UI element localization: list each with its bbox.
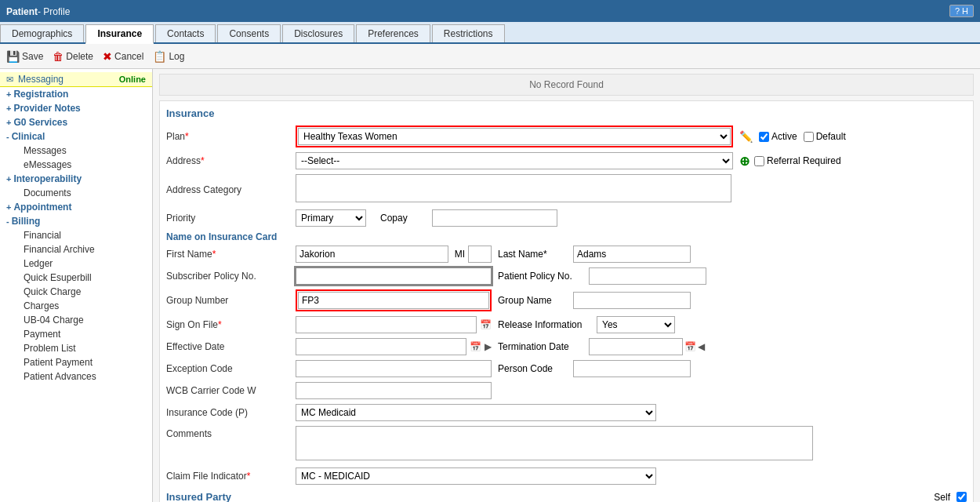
sidebar-item-billing[interactable]: - Billing	[0, 214, 152, 228]
sidebar-item-quick-esuperbill[interactable]: Quick Esuperbill	[0, 271, 152, 285]
sign-on-file-wrapper: 📅	[296, 316, 492, 333]
claim-file-label: Claim File Indicator*	[166, 471, 296, 482]
group-name-input[interactable]	[573, 292, 691, 309]
plan-field-wrapper: Healthy Texas Women	[296, 126, 733, 147]
comments-row: Comments	[166, 426, 967, 463]
wcb-carrier-row: WCB Carrier Code W	[166, 382, 967, 399]
mi-label: MI	[455, 249, 465, 260]
sidebar-item-registration[interactable]: + Registration	[0, 87, 152, 101]
sign-on-file-input[interactable]	[296, 316, 477, 333]
insurance-code-wrapper: MC Medicaid	[296, 404, 967, 421]
sidebar-item-documents[interactable]: Documents	[0, 186, 152, 200]
cancel-icon: ✖	[103, 50, 112, 63]
referral-checkbox[interactable]	[754, 156, 764, 166]
comments-input[interactable]	[296, 426, 813, 460]
insurance-code-label: Insurance Code (P)	[166, 407, 296, 418]
release-info-row: Release Information Yes No	[498, 316, 725, 333]
pencil-icon[interactable]: ✏️	[739, 130, 753, 143]
termination-arrow-icon[interactable]: ◀	[698, 341, 705, 352]
tab-contacts[interactable]: Contacts	[155, 24, 216, 42]
insurance-code-select[interactable]: MC Medicaid	[296, 404, 656, 421]
effective-calendar-icon[interactable]: 📅	[470, 341, 481, 352]
address-row: Address* --Select-- ⊕ Referral Required	[166, 152, 967, 169]
insured-party-label: Insured Party	[166, 491, 231, 502]
sidebar-item-g0-services[interactable]: + G0 Services	[0, 115, 152, 129]
sidebar-item-financial[interactable]: Financial	[0, 228, 152, 242]
mi-input[interactable]	[468, 246, 492, 263]
release-info-select[interactable]: Yes No	[597, 316, 675, 333]
effective-date-input[interactable]	[296, 338, 466, 355]
sidebar-item-clinical[interactable]: - Clinical	[0, 129, 152, 144]
last-name-input[interactable]	[573, 246, 691, 263]
sidebar-item-emessages[interactable]: eMessages	[0, 158, 152, 172]
termination-calendar-icon[interactable]: 📅	[684, 341, 696, 352]
active-checkbox-label: Active	[759, 131, 797, 142]
tab-preferences[interactable]: Preferences	[356, 24, 430, 42]
effective-date-label: Effective Date	[166, 341, 296, 352]
self-checkbox[interactable]	[956, 492, 967, 502]
insurance-form: Insurance Plan* Healthy Texas Women ✏️ A…	[159, 100, 974, 502]
cancel-button[interactable]: ✖ Cancel	[103, 50, 143, 63]
sidebar-item-ledger[interactable]: Ledger	[0, 256, 152, 271]
messaging-bar: ✉ Messaging Online	[0, 72, 152, 87]
first-name-input[interactable]	[296, 246, 448, 263]
green-plus-icon[interactable]: ⊕	[739, 154, 750, 169]
calendar-icon[interactable]: 📅	[480, 319, 492, 330]
wcb-carrier-label: WCB Carrier Code W	[166, 385, 296, 396]
sidebar-item-patient-advances[interactable]: Patient Advances	[0, 369, 152, 384]
termination-date-input[interactable]	[589, 338, 683, 355]
delete-icon: 🗑	[53, 50, 64, 63]
subscriber-policy-input[interactable]	[296, 267, 492, 285]
first-name-label: First Name*	[166, 249, 296, 260]
priority-select[interactable]: Primary Secondary Tertiary	[296, 209, 366, 227]
sidebar: ✉ Messaging Online + Registration + Prov…	[0, 69, 153, 502]
plus-icon: +	[6, 174, 11, 184]
person-code-input[interactable]	[573, 360, 691, 377]
delete-button[interactable]: 🗑 Delete	[53, 50, 93, 63]
address-select[interactable]: --Select--	[296, 152, 733, 169]
copay-input[interactable]	[432, 209, 557, 227]
sidebar-item-ub04-charge[interactable]: UB-04 Charge	[0, 313, 152, 327]
patient-policy-input[interactable]	[589, 267, 706, 285]
claim-file-row: Claim File Indicator* MC - MEDICAID	[166, 467, 967, 485]
exception-code-input[interactable]	[296, 360, 492, 377]
group-number-row: Group Number Group Name	[166, 289, 967, 311]
default-checkbox-label: Default	[804, 131, 846, 142]
first-name-wrapper: MI	[296, 246, 492, 263]
toolbar: 💾 Save 🗑 Delete ✖ Cancel 📋 Log	[0, 44, 980, 69]
messaging-label[interactable]: Messaging	[18, 74, 64, 85]
active-checkbox[interactable]	[759, 132, 769, 142]
plan-select[interactable]: Healthy Texas Women	[298, 128, 731, 145]
group-number-input[interactable]	[298, 292, 489, 309]
comments-label: Comments	[166, 426, 296, 439]
tab-disclosures[interactable]: Disclosures	[282, 24, 354, 42]
sidebar-item-charges[interactable]: Charges	[0, 299, 152, 313]
tab-restrictions[interactable]: Restrictions	[432, 24, 505, 42]
sidebar-item-financial-archive[interactable]: Financial Archive	[0, 242, 152, 256]
log-button[interactable]: 📋 Log	[153, 50, 184, 63]
insurance-code-row: Insurance Code (P) MC Medicaid	[166, 404, 967, 421]
save-button[interactable]: 💾 Save	[6, 50, 43, 63]
content-area: No Record Found Insurance Plan* Healthy …	[153, 69, 980, 502]
sidebar-item-quick-charge[interactable]: Quick Charge	[0, 285, 152, 299]
priority-label: Priority	[166, 213, 296, 224]
effective-date-row: Effective Date 📅 ▶ Termination Date 📅 ◀	[166, 338, 967, 355]
tab-insurance[interactable]: Insurance	[85, 24, 154, 44]
address-category-input[interactable]	[296, 174, 731, 202]
plan-label: Plan*	[166, 131, 296, 142]
wcb-carrier-input[interactable]	[296, 382, 492, 399]
effective-arrow-icon[interactable]: ▶	[485, 341, 492, 352]
sidebar-item-appointment[interactable]: + Appointment	[0, 200, 152, 214]
sidebar-item-patient-payment[interactable]: Patient Payment	[0, 355, 152, 369]
default-checkbox[interactable]	[804, 132, 814, 142]
tab-consents[interactable]: Consents	[217, 24, 281, 42]
plan-row: Plan* Healthy Texas Women ✏️ Active D	[166, 126, 967, 147]
sidebar-item-messages[interactable]: Messages	[0, 144, 152, 158]
sidebar-item-problem-list[interactable]: Problem List	[0, 341, 152, 355]
tab-demographics[interactable]: Demographics	[0, 24, 84, 42]
sidebar-item-interoperability[interactable]: + Interoperability	[0, 172, 152, 186]
claim-file-select[interactable]: MC - MEDICAID	[296, 467, 656, 485]
sidebar-item-payment[interactable]: Payment	[0, 327, 152, 341]
help-button[interactable]: ? H	[949, 5, 974, 17]
sidebar-item-provider-notes[interactable]: + Provider Notes	[0, 101, 152, 115]
